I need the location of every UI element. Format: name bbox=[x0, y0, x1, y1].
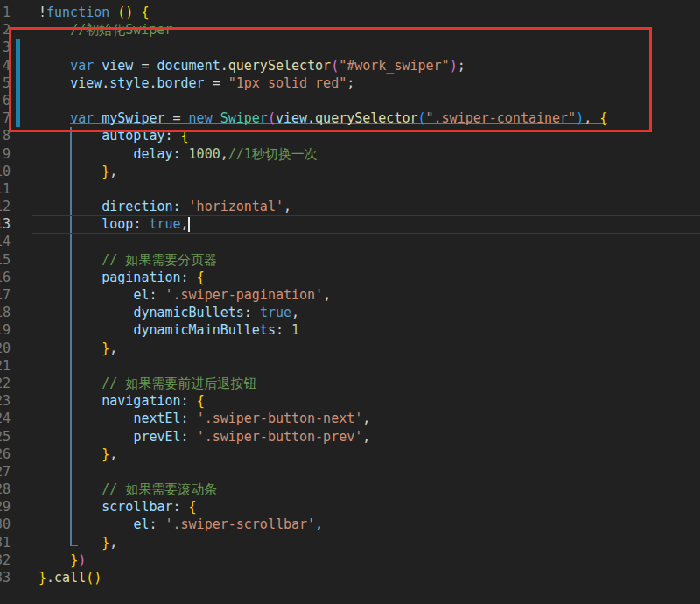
code-line[interactable]: scrollbar: { bbox=[38, 498, 607, 516]
code-line[interactable] bbox=[38, 463, 607, 481]
code-token: , bbox=[109, 535, 117, 551]
code-line[interactable]: }, bbox=[38, 446, 607, 463]
line-number[interactable]: 9 bbox=[0, 145, 10, 163]
code-line[interactable]: navigation: { bbox=[38, 392, 607, 410]
code-token: nextEl bbox=[133, 411, 180, 426]
line-number[interactable]: 31 bbox=[0, 534, 10, 551]
code-token bbox=[38, 270, 102, 285]
code-token: function bbox=[46, 4, 109, 20]
code-token: , bbox=[291, 305, 299, 320]
code-token bbox=[38, 429, 133, 445]
code-token bbox=[38, 481, 102, 497]
code-token: : bbox=[181, 393, 197, 409]
text-cursor bbox=[188, 217, 190, 232]
code-line[interactable]: // 如果需要前进后退按钮 bbox=[38, 375, 607, 392]
code-line[interactable]: el: '.swiper-scrollbar', bbox=[38, 516, 607, 533]
line-number[interactable]: 29 bbox=[0, 498, 10, 516]
line-number[interactable]: 24 bbox=[0, 410, 10, 427]
line-number[interactable]: 10 bbox=[0, 163, 10, 180]
code-token: , bbox=[323, 287, 331, 303]
code-token bbox=[38, 305, 133, 320]
code-token bbox=[38, 199, 102, 214]
code-token: . bbox=[46, 570, 54, 586]
code-token: prevEl bbox=[133, 429, 180, 445]
code-token bbox=[38, 322, 133, 338]
line-number[interactable]: 19 bbox=[0, 321, 10, 339]
line-number[interactable]: 27 bbox=[0, 463, 10, 481]
code-token: el bbox=[133, 287, 149, 303]
code-token: } bbox=[38, 570, 46, 586]
code-token: : bbox=[181, 429, 197, 445]
code-token: : bbox=[173, 199, 189, 214]
code-token bbox=[38, 393, 102, 409]
line-number[interactable]: 15 bbox=[0, 251, 10, 269]
line-number[interactable]: 1 bbox=[0, 4, 10, 21]
code-line[interactable]: }, bbox=[38, 340, 607, 357]
code-token: '.swiper-button-next' bbox=[197, 411, 363, 426]
line-number[interactable]: 22 bbox=[0, 375, 10, 392]
code-token: '.swiper-scrollbar' bbox=[165, 516, 316, 532]
code-token: : bbox=[133, 216, 149, 232]
line-number[interactable]: 17 bbox=[0, 286, 10, 304]
code-token: 1000 bbox=[189, 146, 220, 162]
code-line[interactable]: pagination: { bbox=[38, 269, 607, 286]
line-number[interactable]: 26 bbox=[0, 446, 10, 463]
code-token: : bbox=[244, 305, 260, 320]
code-token bbox=[38, 411, 133, 426]
code-line[interactable]: el: '.swiper-pagination', bbox=[38, 286, 607, 304]
code-line[interactable]: nextEl: '.swiper-button-next', bbox=[38, 410, 607, 427]
code-line[interactable]: direction: 'horizontal', bbox=[38, 198, 607, 215]
code-line[interactable]: !function () { bbox=[38, 4, 607, 21]
code-token: } bbox=[102, 164, 109, 179]
line-number[interactable]: 25 bbox=[0, 428, 10, 446]
code-token: } bbox=[102, 535, 109, 551]
line-number[interactable]: 33 bbox=[0, 569, 10, 586]
code-line[interactable]: prevEl: '.swiper-button-prev', bbox=[38, 428, 607, 446]
code-token: call bbox=[54, 570, 86, 586]
code-line[interactable]: dynamicMainBullets: 1 bbox=[38, 321, 607, 339]
code-line[interactable] bbox=[38, 233, 607, 250]
code-line[interactable] bbox=[38, 357, 607, 375]
code-line[interactable]: }.call() bbox=[38, 569, 607, 586]
code-line[interactable]: // 如果需要滚动条 bbox=[38, 481, 607, 498]
code-token bbox=[38, 216, 102, 232]
line-number[interactable]: 18 bbox=[0, 304, 10, 321]
line-number[interactable]: 14 bbox=[0, 233, 10, 250]
line-number[interactable]: 12 bbox=[0, 198, 10, 215]
code-line[interactable]: delay: 1000,//1秒切换一次 bbox=[38, 145, 607, 163]
line-number[interactable]: 11 bbox=[0, 180, 10, 198]
code-line[interactable]: dynamicBullets: true, bbox=[38, 304, 607, 321]
line-number[interactable]: 28 bbox=[0, 481, 10, 498]
code-token: , bbox=[109, 446, 117, 462]
line-number[interactable]: 13 bbox=[0, 215, 10, 233]
code-token: : bbox=[276, 322, 291, 338]
code-token: loop bbox=[102, 216, 133, 232]
code-token: } bbox=[102, 341, 109, 356]
code-token: '.swiper-button-prev' bbox=[197, 429, 363, 445]
code-token bbox=[38, 516, 133, 532]
code-token: , bbox=[315, 516, 323, 532]
code-line[interactable]: }, bbox=[38, 534, 607, 551]
code-token bbox=[109, 4, 117, 20]
code-line[interactable] bbox=[38, 180, 607, 198]
code-line[interactable]: loop: true, bbox=[38, 215, 607, 233]
annotation-red-box bbox=[9, 27, 652, 132]
code-token: : bbox=[149, 287, 164, 303]
line-number[interactable]: 20 bbox=[0, 340, 10, 357]
code-line[interactable]: }, bbox=[38, 163, 607, 180]
code-token: scrollbar bbox=[102, 499, 172, 515]
code-line[interactable]: // 如果需要分页器 bbox=[38, 251, 607, 269]
line-number[interactable]: 32 bbox=[0, 551, 10, 569]
line-number[interactable]: 16 bbox=[0, 269, 10, 286]
code-line[interactable]: }) bbox=[38, 551, 607, 569]
code-token bbox=[38, 535, 102, 551]
code-token: , bbox=[109, 164, 117, 179]
code-token: : bbox=[181, 411, 197, 426]
line-number[interactable]: 23 bbox=[0, 392, 10, 410]
code-token: dynamicMainBullets bbox=[133, 322, 276, 338]
code-token: () bbox=[86, 570, 102, 586]
code-token: pagination bbox=[102, 270, 180, 285]
line-number[interactable]: 30 bbox=[0, 516, 10, 533]
code-token bbox=[38, 287, 133, 303]
line-number[interactable]: 21 bbox=[0, 357, 10, 375]
